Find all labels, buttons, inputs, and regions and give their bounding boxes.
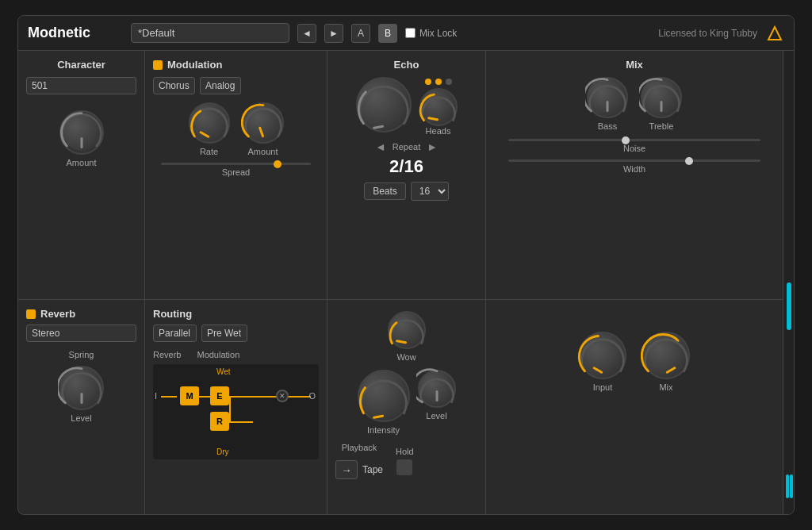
- reverb-type-label: Spring: [26, 350, 136, 359]
- echo-title: Echo: [335, 59, 477, 71]
- beat-row: Beats 16: [335, 182, 477, 201]
- routing-reverb-label: Reverb: [153, 350, 181, 359]
- modulation-rate-label: Rate: [200, 147, 218, 156]
- license-text: Licensed to King Tubby: [658, 28, 757, 39]
- beats-button[interactable]: Beats: [364, 182, 406, 200]
- routing-node-e[interactable]: E: [210, 386, 229, 405]
- mix-treble-group: Treble: [641, 77, 682, 131]
- echo-intensity-group: Intensity: [358, 370, 410, 435]
- modulation-spread-track[interactable]: [161, 163, 310, 165]
- repeat-label: Repeat: [393, 142, 420, 152]
- playback-row: → Tape: [335, 460, 383, 479]
- reverb-title: Reverb: [40, 308, 75, 320]
- modulation-enable[interactable]: [153, 60, 163, 70]
- scrollbar[interactable]: [783, 51, 794, 514]
- mix-panel-bottom: Input Mix: [486, 300, 783, 514]
- character-amount-knob[interactable]: [59, 110, 104, 155]
- echo-panel-top: Echo: [327, 51, 486, 299]
- modulation-rate-knob[interactable]: [189, 102, 230, 144]
- mix-width-track[interactable]: [508, 159, 761, 162]
- mix-input-label: Input: [593, 382, 612, 392]
- modulation-title: Modulation: [167, 59, 222, 71]
- mix-knobs-row: Bass Treble: [494, 77, 775, 131]
- mix-title: Mix: [494, 59, 775, 71]
- reverb-level-label: Level: [71, 413, 91, 423]
- echo-main-knob-group: [356, 77, 412, 132]
- mix-width-container: Width: [494, 159, 775, 174]
- character-dropdown[interactable]: 501: [26, 77, 136, 94]
- repeat-prev[interactable]: ◄: [375, 140, 386, 153]
- modulation-knobs-row: Rate Amount: [153, 102, 319, 156]
- modulation-type-dropdown[interactable]: Chorus: [153, 77, 195, 94]
- repeat-next[interactable]: ►: [427, 140, 438, 153]
- modulation-rate-group: Rate: [189, 102, 230, 156]
- modulation-spread-label: Spread: [222, 167, 250, 177]
- mix-noise-label: Noise: [623, 144, 645, 153]
- character-title: Character: [26, 59, 136, 71]
- mix-mix-group: Mix: [642, 332, 690, 392]
- character-panel: Character 501: [18, 51, 145, 299]
- head-dot-2[interactable]: [435, 79, 442, 85]
- modulation-dropdown-row: Chorus Analog: [153, 77, 319, 94]
- echo-panel-bottom: Wow In: [327, 300, 486, 514]
- repeat-display: ◄ Repeat ►: [335, 140, 477, 153]
- head-dot-3[interactable]: [446, 79, 452, 85]
- prev-preset-button[interactable]: ◄: [297, 24, 316, 43]
- mix-input-group: Input: [579, 332, 626, 392]
- mix-lock-checkbox[interactable]: [405, 28, 416, 38]
- modulation-mode-dropdown[interactable]: Analog: [200, 77, 241, 94]
- mix-treble-knob[interactable]: [641, 77, 682, 118]
- echo-main-knob[interactable]: [356, 77, 412, 132]
- echo-intensity-knob[interactable]: [358, 370, 410, 422]
- next-preset-button[interactable]: ►: [324, 24, 343, 43]
- hold-box[interactable]: [396, 459, 412, 475]
- routing-parallel-dropdown[interactable]: Parallel: [153, 325, 197, 342]
- echo-wow-group: Wow: [388, 311, 426, 362]
- mix-noise-track[interactable]: [508, 139, 761, 141]
- echo-level-label: Level: [426, 411, 446, 421]
- svg-marker-0: [768, 27, 781, 40]
- playback-arrow-button[interactable]: →: [335, 460, 358, 479]
- reverb-level-group: Level: [59, 366, 104, 423]
- head-dot-1[interactable]: [425, 79, 431, 85]
- beats-number-select[interactable]: 16: [411, 182, 449, 201]
- reverb-enable[interactable]: [26, 309, 36, 319]
- routing-diagram: Wet M E R: [153, 364, 319, 459]
- ab-button-b[interactable]: B: [378, 24, 397, 43]
- character-amount-label: Amount: [67, 158, 97, 167]
- plugin-name: Modnetic: [28, 25, 123, 41]
- routing-prewet-dropdown[interactable]: Pre Wet: [201, 325, 247, 342]
- teal-indicator-1: [786, 474, 789, 498]
- routing-node-m[interactable]: M: [180, 386, 199, 405]
- echo-wow-knob[interactable]: [388, 311, 426, 349]
- mix-treble-label: Treble: [649, 121, 674, 131]
- mix-width-label: Width: [623, 164, 645, 174]
- reverb-level-knob[interactable]: [59, 366, 104, 410]
- reverb-panel: Reverb Stereo Spring: [18, 300, 145, 514]
- routing-node-r[interactable]: R: [210, 412, 229, 431]
- modulation-amount-knob[interactable]: [243, 102, 284, 144]
- mix-bass-knob[interactable]: [587, 77, 628, 118]
- echo-hold-label: Hold: [396, 447, 414, 456]
- mix-input-knob[interactable]: [579, 332, 626, 379]
- echo-playback-label: Playback: [342, 443, 377, 452]
- scrollbar-thumb[interactable]: [787, 282, 791, 330]
- tape-label: Tape: [362, 464, 383, 475]
- modulation-amount-label: Amount: [248, 147, 278, 156]
- preset-selector[interactable]: *Default: [131, 23, 289, 43]
- teal-indicator-2: [790, 474, 793, 498]
- logo-icon: [765, 24, 784, 43]
- routing-title: Routing: [153, 308, 319, 320]
- mix-mix-label: Mix: [659, 382, 672, 392]
- routing-input-label: I: [155, 391, 157, 401]
- mix-mix-knob[interactable]: [642, 332, 690, 379]
- routing-output-label: O: [308, 391, 316, 401]
- routing-wet-label: Wet: [216, 367, 231, 376]
- ab-button-a[interactable]: A: [351, 24, 370, 43]
- mix-panel-top: Mix Bass: [486, 51, 783, 299]
- routing-output-circle: ✕: [276, 390, 289, 402]
- reverb-stereo-dropdown[interactable]: Stereo: [26, 325, 136, 342]
- echo-heads-knob[interactable]: [419, 88, 458, 126]
- echo-heads-label: Heads: [426, 126, 451, 136]
- echo-level-knob[interactable]: [418, 370, 456, 408]
